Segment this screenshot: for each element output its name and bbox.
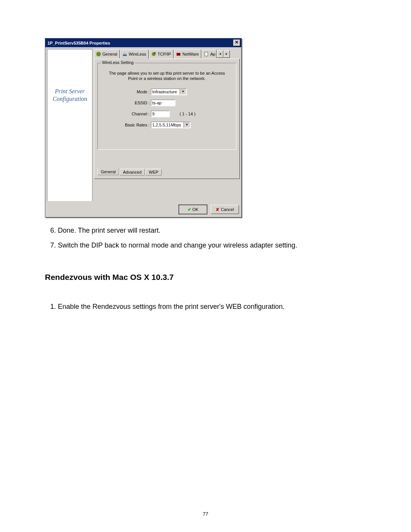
tab-general-label: General [102, 52, 117, 56]
step-1: 1. Enable the Rendezvous settings from t… [45, 302, 366, 312]
tab-scroll-right[interactable]: ▸ [223, 50, 230, 58]
cancel-button[interactable]: ✘ Cancel [211, 205, 239, 214]
ok-label: OK [193, 207, 199, 212]
wireless-icon [122, 51, 127, 57]
svg-point-0 [96, 52, 101, 56]
sub-tab-general[interactable]: General [97, 168, 119, 175]
rates-value: 1,2,5.5,11Mbps [152, 123, 181, 127]
dialog-button-row: ✔ OK ✘ Cancel [45, 203, 241, 217]
sub-tab-advanced[interactable]: Advanced [119, 169, 145, 176]
svg-point-3 [154, 52, 156, 54]
tab-wireless-label: WireLess [129, 52, 146, 56]
rates-label: Basic Rates : [102, 123, 151, 127]
tab-netware-label: NetWare [182, 52, 199, 56]
channel-value: 9 [152, 112, 155, 116]
tab-scroll-left[interactable]: ◂ [217, 50, 223, 58]
groupbox-legend: WireLess Setting [101, 60, 135, 65]
netware-icon [176, 51, 181, 57]
check-icon: ✔ [188, 207, 191, 212]
sidebar-line2: Configuration [53, 96, 87, 102]
tab-netware[interactable]: NetWare [174, 50, 201, 58]
channel-label: Channel : [102, 112, 151, 116]
sub-tab-strip: General Advanced WEP [97, 169, 162, 176]
mode-value: Infrastructure [152, 89, 177, 94]
globe-icon [96, 51, 101, 57]
step-6: 6. Done. The print server will restart. [45, 226, 366, 235]
mode-select[interactable]: Infrastructure ▼ [151, 88, 187, 95]
document-body: 6. Done. The print server will restart. … [45, 226, 366, 312]
essid-value: ts-ap [152, 101, 161, 105]
tab-apple-label: Ap [210, 52, 215, 56]
groupbox-hint: The page allows you to set up this print… [105, 71, 228, 81]
tab-apple[interactable]: Ap [202, 50, 216, 58]
step-7: 7. Switch the DIP back to normal mode an… [45, 241, 366, 250]
x-icon: ✘ [216, 207, 219, 212]
close-icon[interactable]: ✕ [233, 40, 240, 46]
titlebar-text: 1P_PrintServ535B04 Properties [48, 41, 233, 45]
rates-select[interactable]: 1,2,5.5,11Mbps ▼ [151, 121, 191, 128]
mode-label: Mode : [102, 89, 151, 94]
wireless-groupbox: WireLess Setting The page allows you to … [97, 63, 236, 150]
tab-general[interactable]: General [94, 50, 120, 58]
channel-input[interactable]: 9 [151, 110, 170, 117]
tab-tcpip[interactable]: TCP/IP [149, 50, 174, 58]
chevron-down-icon: ▼ [180, 89, 186, 94]
svg-rect-5 [205, 52, 208, 56]
svg-rect-4 [177, 53, 180, 56]
tab-tcpip-label: TCP/IP [158, 52, 171, 56]
properties-dialog: 1P_PrintServ535B04 Properties ✕ Print Se… [45, 38, 242, 217]
page-icon [204, 51, 209, 57]
essid-label: ESSID : [102, 101, 151, 105]
titlebar[interactable]: 1P_PrintServ535B04 Properties ✕ [45, 38, 241, 47]
svg-rect-1 [123, 54, 127, 56]
essid-input[interactable]: ts-ap [151, 99, 175, 106]
cancel-label: Cancel [221, 207, 234, 212]
chevron-down-icon: ▼ [183, 122, 190, 128]
sidebar-panel: Print Server Configuration [47, 49, 92, 201]
ok-button[interactable]: ✔ OK [179, 205, 207, 214]
sub-tab-wep[interactable]: WEP [145, 169, 162, 176]
tab-wireless[interactable]: WireLess [120, 50, 149, 59]
page-number: 77 [0, 511, 411, 517]
sidebar-title: Print Server Configuration [48, 88, 92, 103]
channel-range: ( 1 - 14 ) [180, 112, 196, 116]
tab-strip: General WireLess TCP/IP [94, 49, 240, 59]
tcpip-icon [151, 51, 156, 57]
sidebar-line1: Print Server [55, 88, 85, 94]
section-heading: Rendezvous with Mac OS X 10.3.7 [45, 272, 366, 283]
tab-page-wireless: WireLess Setting The page allows you to … [94, 59, 240, 179]
